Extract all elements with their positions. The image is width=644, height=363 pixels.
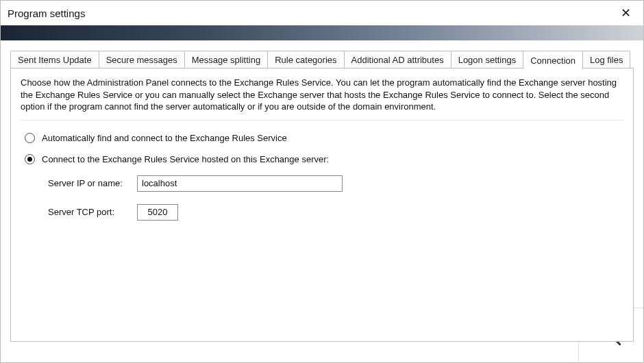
tab-message-splitting[interactable]: Message splitting <box>184 51 268 68</box>
tab-rule-categories[interactable]: Rule categories <box>267 51 344 68</box>
option-auto-row[interactable]: Automatically find and connect to the Ex… <box>25 133 623 143</box>
tab-sent-items-update[interactable]: Sent Items Update <box>10 51 99 68</box>
radio-manual[interactable] <box>25 154 35 164</box>
server-name-row: Server IP or name: <box>48 175 623 192</box>
tab-logon-settings[interactable]: Logon settings <box>451 51 524 68</box>
server-port-row: Server TCP port: <box>48 204 623 221</box>
tab-log-files[interactable]: Log files <box>582 51 630 68</box>
server-name-input[interactable] <box>137 175 343 192</box>
option-manual-label: Connect to the Exchange Rules Service ho… <box>42 154 329 164</box>
content-area: Sent Items Update Secure messages Messag… <box>1 40 643 342</box>
titlebar: Program settings ✕ <box>1 1 643 25</box>
server-port-input[interactable] <box>137 204 178 221</box>
option-manual-row[interactable]: Connect to the Exchange Rules Service ho… <box>25 154 623 164</box>
server-name-label: Server IP or name: <box>48 178 137 188</box>
tab-strip: Sent Items Update Secure messages Messag… <box>10 50 634 68</box>
option-auto-label: Automatically find and connect to the Ex… <box>42 133 287 143</box>
tab-secure-messages[interactable]: Secure messages <box>99 51 185 68</box>
window-title: Program settings <box>8 8 85 19</box>
tab-connection[interactable]: Connection <box>523 51 583 69</box>
close-icon[interactable]: ✕ <box>615 4 636 22</box>
panel-description: Choose how the Administration Panel conn… <box>21 77 623 113</box>
server-port-label: Server TCP port: <box>48 207 137 217</box>
tab-additional-ad-attributes[interactable]: Additional AD attributes <box>344 51 451 68</box>
radio-auto[interactable] <box>25 133 35 143</box>
header-gradient <box>1 25 643 40</box>
divider <box>21 120 623 121</box>
manual-fields: Server IP or name: Server TCP port: <box>48 175 623 221</box>
tab-panel-connection: Choose how the Administration Panel conn… <box>10 68 634 342</box>
